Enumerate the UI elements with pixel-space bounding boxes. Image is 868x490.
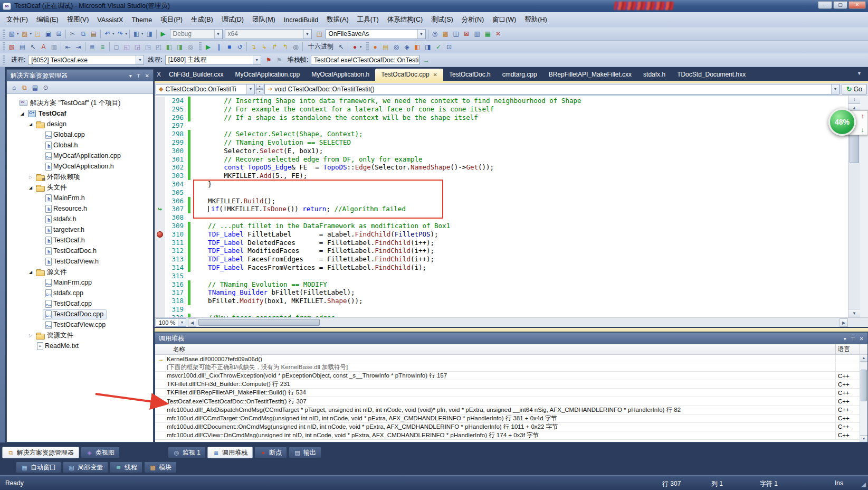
breakpoints-window-icon[interactable]: ◎ — [291, 42, 300, 51]
editor-tab[interactable]: stdafx.h — [637, 69, 671, 81]
bookmark-clear-icon[interactable]: ◨ — [175, 42, 184, 51]
stack-row[interactable]: TKFillet.dll!BRepFilletAPI_MakeFillet::B… — [155, 389, 860, 397]
tree-item[interactable]: stdafx.cpp — [7, 288, 153, 298]
breakpoint-margin[interactable] — [155, 163, 165, 172]
stack-row[interactable]: TKFillet.dll!ChFi3d_Builder::Compute() 行… — [155, 380, 860, 389]
editor-tab[interactable]: ChFi3d_Builder.cxx — [163, 69, 229, 81]
tree-item[interactable]: ◢TestOcaf — [7, 108, 153, 119]
editor-tab[interactable]: TestOcafDoc.h — [443, 69, 497, 81]
splitter-handle[interactable]: ↕ — [848, 96, 860, 104]
tree-item[interactable]: TestOcafView.cpp — [7, 319, 153, 330]
find-close-icon[interactable]: ⊠ — [462, 30, 471, 39]
chevron-down-icon[interactable]: ▼ — [831, 84, 839, 94]
tree-item[interactable]: MyOcafApplication.h — [7, 161, 153, 172]
tree-item[interactable]: 解决方案 "TestOcaf" (1 个项目) — [7, 98, 153, 108]
continue-icon[interactable]: ▶ — [204, 42, 213, 51]
open-file-icon[interactable]: ◰ — [33, 30, 42, 39]
tree-item[interactable]: Global.h — [7, 140, 153, 150]
tree-item[interactable]: TestOcafDoc.cpp — [7, 309, 153, 319]
scope-spinner[interactable]: ▲▼ — [256, 84, 263, 95]
tree-item[interactable]: TestOcafDoc.h — [7, 246, 153, 256]
chevron-down-icon[interactable]: ▼ — [253, 55, 261, 64]
menu-item-8[interactable]: 团队(M) — [248, 13, 280, 27]
menu-item-7[interactable]: 调试(D) — [217, 13, 248, 27]
add-item-dropdown-icon[interactable]: ▾ — [30, 32, 32, 36]
tree-item-box[interactable]: TestOcaf — [26, 108, 70, 119]
config-combobox[interactable]: Debug▼ — [170, 29, 223, 39]
save-all-icon[interactable]: ⊞ — [54, 30, 63, 39]
add-item-icon[interactable]: ▨ — [21, 30, 30, 39]
close-icon[interactable]: ✕ — [860, 336, 864, 342]
tree-item[interactable]: TestOcafView.h — [7, 256, 153, 267]
tree-item-box[interactable]: TestOcafView.cpp — [43, 320, 109, 330]
pointer-icon[interactable]: ↖ — [337, 42, 346, 51]
bookmark-add-icon[interactable]: ◧ — [165, 42, 174, 51]
dock-tab[interactable]: ▩模块 — [144, 461, 177, 473]
menu-item-2[interactable]: 视图(V) — [63, 13, 93, 27]
tree-item[interactable]: ◢design — [7, 119, 153, 129]
comment-nav-icon[interactable]: ◧ — [132, 30, 141, 39]
bookmark-folder-next-icon[interactable]: ◰ — [154, 42, 163, 51]
cancel-build-icon[interactable]: ✕ — [494, 30, 503, 39]
stack-row[interactable]: ↪TestOcaf.exe!CTestOcafDoc::OnTestitTest… — [155, 397, 860, 406]
stack-frame-combobox[interactable]: TestOcaf.exe!CTestOcafDoc::OnTestitT▼ — [311, 55, 419, 65]
close-button[interactable]: ✕ — [848, 1, 866, 9]
toolbar-grip[interactable] — [3, 42, 5, 51]
undo-icon[interactable]: ↶ — [103, 30, 112, 39]
step-into-icon[interactable]: ↳ — [260, 42, 269, 51]
save-icon[interactable]: ▣ — [44, 30, 53, 39]
menu-item-14[interactable]: 分析(N) — [457, 13, 488, 27]
menu-item-1[interactable]: 编辑(E) — [32, 13, 63, 27]
tree-item-box[interactable]: MainFrm.cpp — [43, 278, 95, 288]
flag-gray-icon[interactable]: ⚑ — [275, 55, 284, 64]
expanded-arrow-icon[interactable]: ◢ — [27, 185, 34, 190]
tree-item-box[interactable]: MainFrm.h — [43, 193, 88, 203]
tree-item-box[interactable]: 外部依赖项 — [34, 172, 83, 183]
nav-back-icon[interactable]: ◧ — [413, 42, 422, 51]
spin-up-icon[interactable]: ▲ — [256, 84, 263, 89]
new-project-dropdown-icon[interactable]: ▾ — [17, 32, 19, 36]
spell-check-icon[interactable]: ✓ — [434, 42, 443, 51]
attach-icon[interactable]: ⊡ — [445, 42, 454, 51]
va-open-file-icon[interactable]: ▤ — [18, 42, 27, 51]
stack-row[interactable]: mfc100ud.dll!CDocument::OnCmdMsg(unsigne… — [155, 423, 860, 431]
va-paste-icon[interactable]: ▥ — [50, 42, 59, 51]
menu-item-0[interactable]: 文件(F) — [2, 13, 32, 27]
toolbar-grip[interactable] — [3, 30, 5, 39]
tree-item[interactable]: ReadMe.txt — [7, 341, 153, 351]
bookmark-white-icon[interactable]: ◻ — [112, 42, 121, 51]
breakpoint-margin[interactable] — [155, 138, 165, 147]
redo-icon[interactable]: ↷ — [116, 30, 125, 39]
tree-item-box[interactable]: MyOcafApplication.h — [43, 162, 117, 172]
options-icon[interactable]: ▥ — [473, 30, 482, 39]
build-solution-icon[interactable]: ▦ — [483, 30, 492, 39]
pin-icon[interactable]: ⊥ — [136, 73, 141, 79]
call-stack-titlebar[interactable]: 调用堆栈 ▾⊥✕ — [155, 333, 867, 344]
toolbar-grip[interactable] — [199, 42, 202, 51]
show-next-statement-icon[interactable]: ↴ — [249, 42, 258, 51]
restart-icon[interactable]: ↺ — [235, 42, 244, 51]
scope-combobox[interactable]: ◆CTestOcafDoc.OnTestitTi▼ — [156, 84, 255, 95]
step-over-icon[interactable]: ↱ — [270, 42, 279, 51]
column-language[interactable]: 语言 — [835, 344, 860, 354]
collapsed-arrow-icon[interactable]: ▷ — [27, 333, 34, 338]
expanded-arrow-icon[interactable]: ◢ — [18, 111, 26, 116]
scroll-down-icon[interactable]: ▼ — [860, 435, 867, 442]
tree-item-box[interactable]: stdafx.cpp — [43, 288, 87, 298]
scrollbar-thumb[interactable] — [861, 370, 867, 401]
breakpoint-margin[interactable] — [155, 213, 165, 222]
expanded-arrow-icon[interactable]: ◢ — [27, 270, 34, 275]
explorer-home-icon[interactable]: ⌂ — [9, 83, 18, 92]
breakpoint-margin[interactable] — [155, 97, 165, 105]
breakpoint-margin[interactable] — [155, 263, 165, 272]
stack-row[interactable]: mfc100ud.dll!_AfxDispatchCmdMsg(CCmdTarg… — [155, 406, 860, 414]
tree-item[interactable]: ▷资源文件 — [7, 330, 153, 341]
breakpoint-margin[interactable] — [155, 189, 165, 197]
tree-item-box[interactable]: ReadMe.txt — [34, 341, 82, 351]
platform-combobox[interactable]: x64▼ — [225, 29, 312, 39]
expanded-arrow-icon[interactable]: ◢ — [27, 122, 34, 127]
breakpoint-margin[interactable] — [155, 288, 165, 297]
chevron-down-icon[interactable]: ▼ — [178, 319, 186, 326]
breakpoint-margin[interactable] — [155, 130, 165, 138]
breakpoint-margin[interactable]: ↪ — [155, 205, 165, 213]
